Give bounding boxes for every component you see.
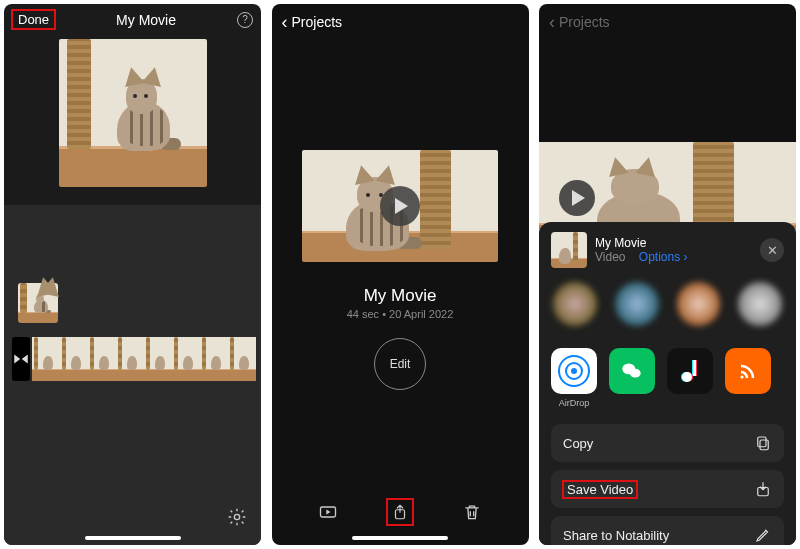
project-detail-screen: ‹ Projects My Movie 44 sec • 20 April 20…	[272, 4, 529, 545]
share-apps-row: AirDrop	[551, 348, 784, 408]
svg-rect-7	[758, 437, 766, 447]
share-action-list: Copy Save Video Share to Notability Open…	[551, 424, 784, 545]
editor-top-bar: Done My Movie ?	[4, 4, 261, 31]
app-tiktok[interactable]	[667, 348, 713, 408]
play-video-icon[interactable]	[315, 499, 341, 525]
share-options-link[interactable]: Options ›	[639, 250, 688, 264]
play-icon[interactable]	[559, 180, 595, 216]
share-sheet-screen: ‹ Projects My Movie Video Options › ✕	[539, 4, 796, 545]
action-label: Copy	[563, 436, 593, 451]
share-sheet-header: My Movie Video Options › ✕	[551, 232, 784, 268]
preview-frame[interactable]	[59, 39, 207, 187]
help-icon[interactable]: ?	[237, 12, 253, 28]
home-indicator[interactable]	[352, 536, 448, 540]
back-to-projects-dimmed: ‹ Projects	[539, 4, 796, 34]
trash-icon[interactable]	[459, 499, 485, 525]
share-contacts-row	[553, 282, 782, 326]
svg-point-5	[740, 375, 743, 378]
play-icon[interactable]	[380, 186, 420, 226]
action-save-video[interactable]: Save Video	[551, 470, 784, 508]
share-item-type: Video	[595, 250, 625, 264]
app-wechat[interactable]	[609, 348, 655, 408]
copy-icon	[754, 434, 772, 452]
timeline-clip[interactable]	[32, 337, 261, 381]
action-share-notability[interactable]: Share to Notability	[551, 516, 784, 545]
share-item-thumbnail	[551, 232, 587, 268]
contact-avatar[interactable]	[553, 282, 597, 326]
action-label: Save Video	[563, 481, 637, 498]
app-label: AirDrop	[551, 398, 597, 408]
project-toolbar	[272, 499, 529, 525]
airdrop-icon	[558, 355, 590, 387]
app-unknown[interactable]	[783, 348, 784, 408]
done-button[interactable]: Done	[12, 10, 55, 29]
app-label	[667, 398, 713, 408]
editor-timeline-area	[4, 205, 261, 545]
back-to-projects[interactable]: ‹ Projects	[272, 4, 529, 34]
action-label: Share to Notability	[563, 528, 669, 543]
editor-title: My Movie	[116, 12, 176, 28]
svg-point-4	[630, 369, 641, 378]
app-label	[783, 398, 784, 408]
svg-point-0	[234, 514, 239, 519]
contact-avatar[interactable]	[677, 282, 721, 326]
share-item-title: My Movie	[595, 236, 688, 250]
editor-preview	[4, 31, 261, 205]
app-label	[725, 398, 771, 408]
chevron-left-icon: ‹	[282, 15, 288, 29]
contact-avatar[interactable]	[615, 282, 659, 326]
imovie-editor-screen: Done My Movie ?	[4, 4, 261, 545]
back-label: Projects	[292, 14, 343, 30]
tiktok-icon	[680, 360, 700, 382]
contact-avatar[interactable]	[738, 282, 782, 326]
share-sheet: My Movie Video Options › ✕ AirDrop	[539, 222, 796, 545]
share-icon[interactable]	[387, 499, 413, 525]
cat-image	[59, 39, 207, 187]
settings-gear-icon[interactable]	[227, 507, 247, 531]
home-indicator[interactable]	[85, 536, 181, 540]
media-thumbnail[interactable]	[18, 283, 58, 323]
app-label	[609, 398, 655, 408]
cat-image	[18, 283, 58, 323]
project-subtitle: 44 sec • 20 April 2022	[272, 308, 529, 320]
save-icon	[754, 480, 772, 498]
close-icon[interactable]: ✕	[760, 238, 784, 262]
action-copy[interactable]: Copy	[551, 424, 784, 462]
edit-button[interactable]: Edit	[374, 338, 426, 390]
timeline-transition-icon[interactable]	[12, 337, 30, 381]
app-rss[interactable]	[725, 348, 771, 408]
chevron-left-icon: ‹	[549, 15, 555, 29]
svg-rect-6	[760, 440, 768, 450]
back-label: Projects	[559, 14, 610, 30]
share-item-info: My Movie Video Options ›	[595, 236, 688, 264]
pencil-icon	[754, 526, 772, 544]
project-title[interactable]: My Movie	[272, 286, 529, 306]
project-video-thumbnail[interactable]	[302, 150, 498, 262]
app-airdrop[interactable]: AirDrop	[551, 348, 597, 408]
